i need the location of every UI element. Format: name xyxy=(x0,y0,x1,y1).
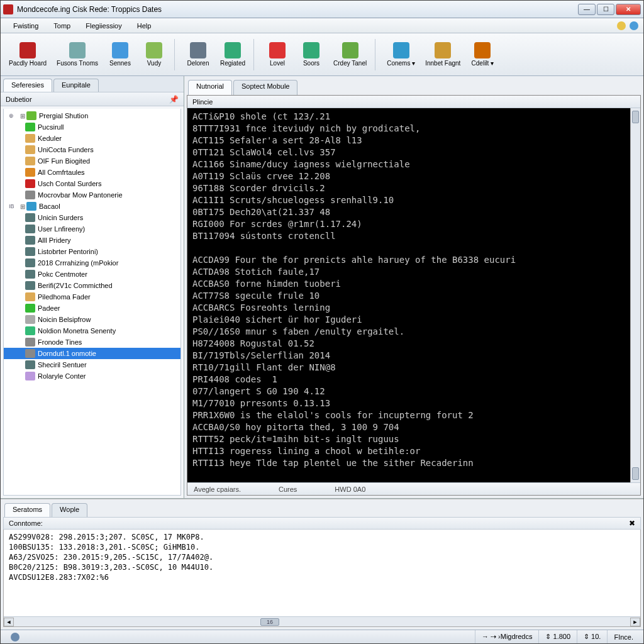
console-output[interactable]: ACTi&P10 shole (ct 123/.21 8TTT7I931 fnc… xyxy=(187,108,630,482)
tree-item-15[interactable]: Berifi(2V1c Commicthed xyxy=(4,280,180,291)
menu-item-2[interactable]: Flegiiessioy xyxy=(78,18,129,33)
tree-item-3[interactable]: UniCocta Funders xyxy=(4,144,180,155)
pin-icon[interactable]: 📌 xyxy=(169,95,179,104)
help-icon[interactable] xyxy=(617,21,626,30)
tree-item-16[interactable]: Piledhoma Fader xyxy=(4,291,180,303)
right-tab-0[interactable]: Nutnorial xyxy=(188,80,232,95)
menu-item-3[interactable]: Help xyxy=(130,18,159,33)
info-icon[interactable] xyxy=(630,21,638,30)
left-tab-0[interactable]: Seferesies xyxy=(3,79,52,92)
console-status-2: HWD 0A0 xyxy=(335,486,365,493)
statusbar: → ⇢ ›Migdredcs ⇕ 1.800 ⇕ 10. FInce. xyxy=(1,630,643,643)
tree-item-8[interactable]: IB⊞Bacaol xyxy=(4,201,180,212)
toolbar-button-0[interactable]: Pacdly Hoard xyxy=(4,39,51,70)
tree-expander[interactable]: ⊞ xyxy=(19,113,26,119)
tree-icon xyxy=(25,157,35,165)
minimize-button[interactable]: — xyxy=(578,4,596,15)
toolbar-separator xyxy=(375,39,379,70)
left-tabs: Seferesies Eunpitale xyxy=(1,76,184,92)
tree-item-6[interactable]: Usch Contal Surders xyxy=(4,178,180,189)
toolbar-label-4: Deloren xyxy=(187,60,209,67)
tree-item-19[interactable]: Noldion Monetra Senenty xyxy=(4,325,180,336)
tree-item-0[interactable]: ⊕⊞Prergial Shution xyxy=(4,110,180,121)
tree-item-13[interactable]: 2018 Crrrahizing (mPokior xyxy=(4,257,180,269)
tree-item-23[interactable]: Rolaryle Conter xyxy=(4,370,180,382)
scroll-thumb-bottom[interactable] xyxy=(632,467,639,480)
toolbar-icon-9 xyxy=(393,42,409,58)
toolbar-icon-6 xyxy=(269,42,286,58)
bottom-hscroll[interactable]: ◄ 16 ► xyxy=(4,616,640,626)
tree-item-11[interactable]: Alll Pridery xyxy=(4,235,180,246)
tree-icon xyxy=(25,179,35,188)
bottom-tab-1[interactable]: Wople xyxy=(52,503,87,517)
status-user-icon xyxy=(4,630,26,643)
tree-expander[interactable]: ⊞ xyxy=(19,203,26,210)
tree-icon xyxy=(25,123,35,131)
tree-icon xyxy=(25,304,35,313)
toolbar-button-6[interactable]: Lovel xyxy=(261,39,294,70)
status-cell-3: FInce. xyxy=(607,630,640,643)
toolbar-label-11: Cdelilt ▾ xyxy=(472,60,494,67)
toolbar-button-7[interactable]: Soors xyxy=(295,39,328,70)
toolbar-icon-7 xyxy=(303,42,319,58)
toolbar-button-1[interactable]: Fusons Tnoms xyxy=(52,39,103,70)
tree-label: 2018 Crrrahizing (mPokior xyxy=(38,259,118,267)
console-scrollbar[interactable] xyxy=(630,108,640,482)
bottom-output[interactable]: AS299V028: 298.2015:3;207. SC0SC, 17 MK0… xyxy=(4,530,640,616)
toolbar-icon-0 xyxy=(19,42,36,58)
left-panel-header: Dubetior 📌 xyxy=(1,92,184,106)
toolbar-button-4[interactable]: Deloren xyxy=(182,39,214,70)
right-tabs: Nutnorial Soptect Mobule xyxy=(187,79,641,95)
menu-item-0[interactable]: Fwisting xyxy=(6,18,46,33)
tree-item-22[interactable]: Sheciril Sentuer xyxy=(4,359,180,370)
tree-item-9[interactable]: Unicin Surders xyxy=(4,212,180,223)
tree-item-21[interactable]: Dorndutl.1 onmotie xyxy=(4,348,180,359)
tree-icon xyxy=(25,145,35,154)
bottom-tab-0[interactable]: Seratoms xyxy=(4,503,50,517)
toolbar-button-11[interactable]: Cdelilt ▾ xyxy=(466,39,499,70)
left-tab-1[interactable]: Eunpitale xyxy=(53,79,99,92)
tree-item-18[interactable]: Noicin Belsipfrow xyxy=(4,314,180,325)
tree-item-20[interactable]: Fronode Tines xyxy=(4,336,180,348)
status-cell-2: ⇕ 10. xyxy=(577,630,607,643)
tree-item-4[interactable]: OIF Fun Biogited xyxy=(4,155,180,167)
toolbar-button-5[interactable]: Regiated xyxy=(216,39,250,70)
tree-item-1[interactable]: Pucsirull xyxy=(4,121,180,133)
tree-item-12[interactable]: Listobrter Pentorini) xyxy=(4,246,180,257)
hscroll-right-arrow[interactable]: ► xyxy=(630,618,640,626)
tree-icon xyxy=(25,270,35,279)
toolbar-button-3[interactable]: Vudy xyxy=(138,39,170,70)
tree-icon xyxy=(26,202,36,211)
bottom-close-icon[interactable]: ✖ xyxy=(629,519,635,528)
tree-label: UniCocta Funders xyxy=(38,146,94,153)
maximize-button[interactable]: ☐ xyxy=(597,4,614,15)
right-tab-1[interactable]: Soptect Mobule xyxy=(233,80,297,95)
menu-item-1[interactable]: Tomp xyxy=(46,18,78,33)
tree-label: Listobrter Pentorini) xyxy=(38,248,98,255)
tree-icon xyxy=(25,372,35,380)
hscroll-left-arrow[interactable]: ◄ xyxy=(4,618,14,626)
toolbar-button-8[interactable]: Crdey Tanel xyxy=(329,39,371,70)
toolbar-button-2[interactable]: Sennes xyxy=(104,39,136,70)
tree-label: Usch Contal Surders xyxy=(38,180,102,187)
console-title: Plincie xyxy=(192,98,213,106)
scroll-thumb-top[interactable] xyxy=(632,111,639,123)
toolbar-button-10[interactable]: Innbet Fagnt xyxy=(421,39,465,70)
tree-label: Dorndutl.1 onmotie xyxy=(38,350,96,357)
hscroll-thumb[interactable]: 16 xyxy=(260,618,279,626)
menubar: Fwisting Tomp Flegiiessioy Help xyxy=(1,18,643,33)
toolbar-icon-5 xyxy=(225,42,241,58)
tree-root-marker: IB xyxy=(9,203,18,209)
tree-label: Keduler xyxy=(38,135,62,142)
toolbar-button-9[interactable]: Conems ▾ xyxy=(382,39,419,70)
tree-item-17[interactable]: Padeer xyxy=(4,303,180,314)
tree-view[interactable]: ⊕⊞Prergial ShutionPucsirullKedulerUniCoc… xyxy=(4,109,180,495)
tree-item-7[interactable]: Mocrovbar Mow Pantonerie xyxy=(4,189,180,201)
tree-item-2[interactable]: Keduler xyxy=(4,133,180,144)
tree-item-5[interactable]: All Comfrtaules xyxy=(4,167,180,178)
status-cell-1: ⇕ 1.800 xyxy=(538,630,577,643)
tree-item-10[interactable]: User Lnfireeny) xyxy=(4,223,180,235)
tree-item-14[interactable]: Pokc Centmoter xyxy=(4,269,180,280)
close-button[interactable]: ✕ xyxy=(616,4,641,15)
right-panel: Nutnorial Soptect Mobule Plincie ACTi&P1… xyxy=(184,76,643,498)
